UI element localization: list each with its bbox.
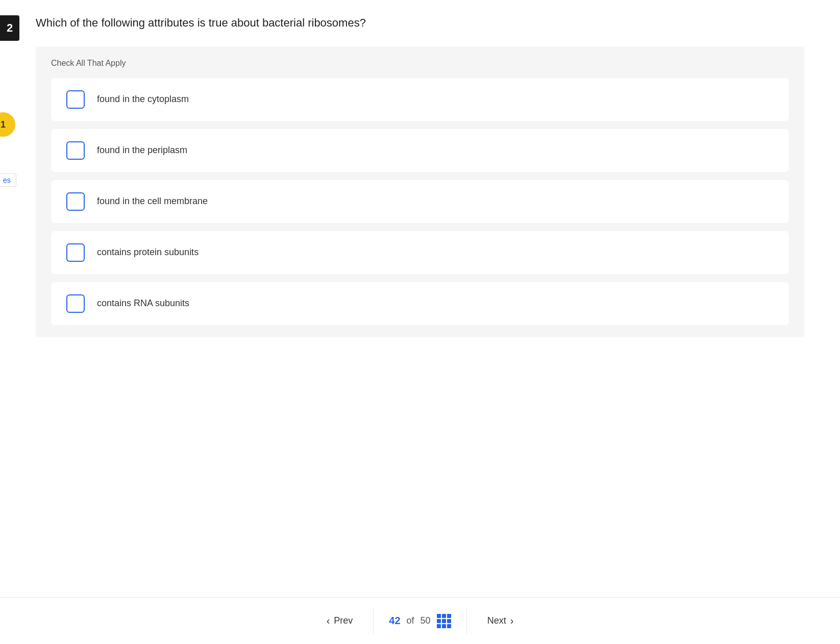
option-card-5[interactable]: contains RNA subunits [51, 282, 789, 325]
next-label: Next [487, 615, 506, 626]
option-text-5: contains RNA subunits [97, 298, 189, 309]
option-card-3[interactable]: found in the cell membrane [51, 180, 789, 223]
option-card-4[interactable]: contains protein subunits [51, 231, 789, 274]
checkbox-1[interactable] [66, 90, 85, 109]
checkbox-3[interactable] [66, 192, 85, 211]
page-wrapper: 2 1 es Which of the following attributes… [0, 0, 840, 644]
current-page: 42 [389, 615, 400, 627]
prev-button[interactable]: ‹ Prev [306, 606, 374, 636]
option-card-2[interactable]: found in the periplasm [51, 129, 789, 172]
prev-chevron-icon: ‹ [327, 615, 330, 627]
checkbox-5[interactable] [66, 294, 85, 313]
answer-section: Check All That Apply found in the cytopl… [36, 46, 804, 337]
grid-icon[interactable] [437, 614, 451, 628]
total-pages: 50 [421, 615, 431, 626]
side-label-es: es [0, 174, 16, 187]
next-button[interactable]: Next › [467, 606, 534, 636]
option-text-2: found in the periplasm [97, 145, 187, 156]
check-all-label: Check All That Apply [51, 59, 789, 68]
checkbox-4[interactable] [66, 243, 85, 262]
option-card-1[interactable]: found in the cytoplasm [51, 78, 789, 121]
nav-footer: ‹ Prev 42 of 50 Next › [0, 597, 840, 644]
option-text-4: contains protein subunits [97, 247, 199, 258]
option-text-3: found in the cell membrane [97, 196, 208, 207]
question-number-badge: 2 [0, 15, 19, 41]
checkbox-2[interactable] [66, 141, 85, 160]
yellow-circle-indicator: 1 [0, 112, 15, 137]
page-indicator: 42 of 50 [374, 605, 466, 637]
question-text: Which of the following attributes is tru… [36, 0, 804, 41]
option-text-1: found in the cytoplasm [97, 94, 189, 105]
of-label: of [407, 615, 414, 626]
next-chevron-icon: › [510, 615, 514, 627]
prev-label: Prev [334, 615, 353, 626]
question-number: 2 [7, 21, 13, 35]
main-content: Which of the following attributes is tru… [36, 0, 804, 337]
